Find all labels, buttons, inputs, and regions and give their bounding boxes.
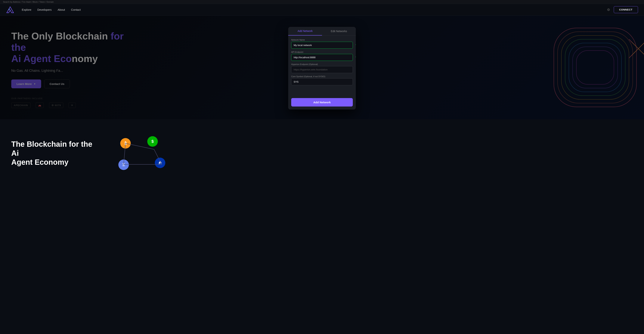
hyperion-input[interactable] bbox=[291, 66, 353, 73]
tab-add-network[interactable]: Add Network bbox=[288, 27, 322, 36]
tab-edit-networks[interactable]: Edit Networks bbox=[322, 27, 356, 36]
bsc-icon: $ bbox=[147, 136, 158, 147]
bitcoin-icon: ₿ bbox=[120, 138, 131, 148]
api-endpoint-input[interactable] bbox=[291, 54, 353, 61]
bottom-title: The Blockchain for the Ai Agent Economy bbox=[11, 140, 102, 166]
network-name-label: Network Name bbox=[291, 39, 353, 41]
nav-explore[interactable]: Explore bbox=[22, 8, 31, 11]
network-name-input[interactable] bbox=[291, 42, 353, 49]
bottom-section: The Blockchain for the Ai Agent Economy … bbox=[0, 119, 644, 187]
api-endpoint-label: API Endpoint bbox=[291, 51, 353, 53]
search-placeholder: Search by Address / Txn Hash / Block / T… bbox=[3, 1, 54, 3]
navbar: Explore Developers About Contact ⚙ CONNE… bbox=[0, 4, 644, 16]
nav-left: Explore Developers About Contact bbox=[6, 6, 81, 13]
network-name-group: Network Name bbox=[291, 39, 353, 49]
nav-links: Explore Developers About Contact bbox=[22, 8, 81, 12]
arrow-api-endpoint bbox=[356, 56, 356, 58]
core-symbol-label: Core Symbol (Optional, if not SYSIO) bbox=[291, 75, 353, 78]
modal-overlay[interactable]: Add Network Edit Networks Network Name A bbox=[0, 16, 644, 119]
modal-footer: Add Network bbox=[288, 98, 356, 110]
hyperion-group: Hyperion Endpoint (Optional) bbox=[291, 63, 353, 73]
hero-section: The Only Blockchain for the Ai Agent Eco… bbox=[0, 16, 644, 119]
crypto-icons: ₿ $ Ξ ₳ bbox=[116, 134, 169, 172]
add-network-button[interactable]: Add Network bbox=[291, 98, 353, 106]
modal-body: Network Name API Endpoint bbox=[288, 36, 356, 98]
nav-developers[interactable]: Developers bbox=[38, 8, 52, 11]
nav-about[interactable]: About bbox=[58, 8, 65, 11]
core-symbol-group: Core Symbol (Optional, if not SYSIO) bbox=[291, 75, 353, 85]
core-symbol-input[interactable] bbox=[291, 78, 353, 85]
api-endpoint-group: API Endpoint bbox=[291, 51, 353, 61]
add-network-modal: Add Network Edit Networks Network Name A bbox=[288, 27, 356, 110]
modal-tabs: Add Network Edit Networks bbox=[288, 27, 356, 36]
settings-icon[interactable]: ⚙ bbox=[607, 8, 610, 12]
cardano-icon: ₳ bbox=[155, 158, 165, 168]
modal-spacer bbox=[291, 88, 353, 95]
arrow-network-name bbox=[356, 44, 356, 46]
connect-button[interactable]: CONNECT bbox=[614, 6, 638, 13]
logo[interactable] bbox=[6, 6, 14, 13]
hyperion-label: Hyperion Endpoint (Optional) bbox=[291, 63, 353, 65]
ethereum-icon: Ξ bbox=[118, 160, 129, 170]
search-bar[interactable]: Search by Address / Txn Hash / Block / T… bbox=[0, 0, 644, 4]
nav-contact[interactable]: Contact bbox=[71, 8, 81, 11]
bottom-text: The Blockchain for the Ai Agent Economy bbox=[11, 140, 102, 166]
